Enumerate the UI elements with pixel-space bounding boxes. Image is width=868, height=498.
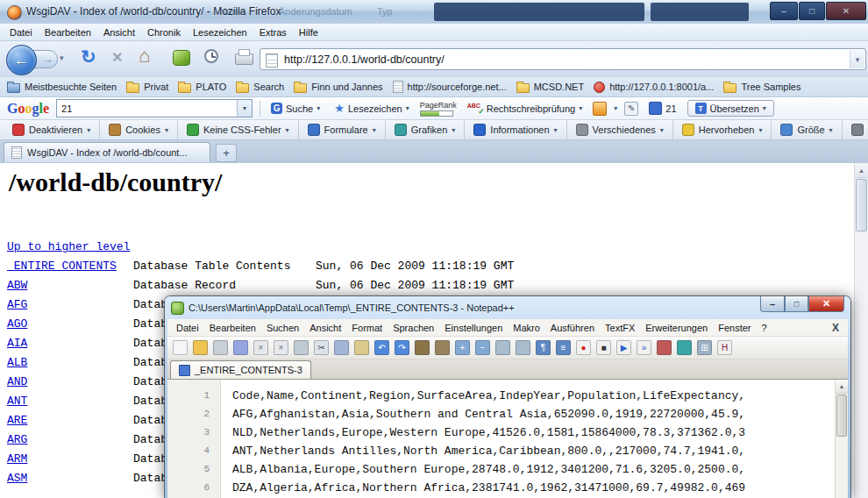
- history-dropdown-icon[interactable]: ▾: [60, 53, 64, 62]
- menu-item[interactable]: Bearbeiten: [39, 27, 97, 38]
- cut-icon[interactable]: ✂: [314, 340, 329, 355]
- menu-item[interactable]: Fenster: [713, 323, 756, 333]
- menu-item[interactable]: Erweiterungen: [640, 323, 713, 333]
- redo-icon[interactable]: ↷: [395, 340, 409, 355]
- webdev-menu-button[interactable]: Informationen ▾: [465, 120, 566, 139]
- directory-entry-link[interactable]: ENTIRE CONTENTS: [7, 257, 133, 276]
- google-search-input[interactable]: [57, 100, 238, 117]
- spellcheck-button[interactable]: Rechtschreibprüfung ▾: [464, 101, 587, 116]
- stop-macro-icon[interactable]: ■: [596, 340, 611, 355]
- copy-icon[interactable]: [334, 340, 349, 355]
- directory-entry-link[interactable]: AFG: [7, 295, 133, 315]
- bookmark-item[interactable]: http://127.0.0.1:8001/a...: [594, 82, 714, 93]
- maximize-button[interactable]: □: [799, 2, 825, 20]
- menu-item[interactable]: Datei: [4, 27, 39, 38]
- menu-item[interactable]: Bearbeiten: [204, 323, 261, 333]
- menu-item[interactable]: Ansicht: [97, 27, 141, 38]
- print-icon[interactable]: [235, 53, 253, 65]
- counter-badge[interactable]: 21: [645, 100, 679, 117]
- html-preview-icon[interactable]: H: [717, 340, 732, 355]
- chevron-down-icon[interactable]: ▾: [237, 100, 252, 117]
- menu-item[interactable]: Ausführen: [545, 323, 600, 333]
- bookmark-item[interactable]: PLATO: [178, 81, 226, 93]
- history-clock-icon[interactable]: [204, 49, 218, 63]
- doc-map-icon[interactable]: ⊞: [697, 340, 712, 355]
- bookmark-item[interactable]: Privat: [126, 81, 168, 93]
- maximize-button[interactable]: □: [785, 296, 808, 312]
- up-to-higher-level-link[interactable]: Up to higher level: [7, 240, 130, 253]
- scrollbar-thumb[interactable]: [856, 179, 867, 231]
- translate-button[interactable]: Übersetzen ▾: [687, 100, 774, 117]
- save-icon[interactable]: [213, 340, 228, 355]
- webdev-menu-button[interactable]: Extras ▾: [843, 120, 868, 139]
- webdev-menu-button[interactable]: Keine CSS-Fehler ▾: [178, 120, 299, 139]
- google-bookmarks-button[interactable]: Lesezeichen ▾: [331, 101, 412, 116]
- bookmark-item[interactable]: Search: [236, 81, 284, 93]
- menu-item[interactable]: Suchen: [261, 323, 304, 333]
- npp-titlebar[interactable]: C:\Users\Martin\AppData\Local\Temp\_ENTI…: [165, 296, 850, 319]
- directory-entry-link[interactable]: ANT: [7, 392, 133, 411]
- google-search-button[interactable]: Suche ▾: [267, 101, 324, 116]
- directory-entry-link[interactable]: ABW: [7, 276, 133, 295]
- save-macro-icon[interactable]: [657, 340, 672, 355]
- plugin-icon[interactable]: [173, 50, 190, 66]
- run-macro-multi-icon[interactable]: »: [637, 340, 651, 355]
- directory-entry-link[interactable]: AIA: [7, 334, 133, 353]
- find-icon[interactable]: [415, 340, 430, 355]
- new-tab-button[interactable]: +: [216, 144, 237, 162]
- monitor-icon[interactable]: [677, 340, 692, 355]
- menu-item[interactable]: Sprachen: [388, 323, 439, 333]
- menu-item[interactable]: TextFX: [600, 323, 640, 333]
- google-toolbar-icon[interactable]: [593, 102, 607, 116]
- directory-entry-link[interactable]: ARM: [7, 450, 133, 469]
- zoom-out-icon[interactable]: −: [475, 340, 490, 355]
- bookmark-item[interactable]: Meistbesuchte Seiten: [7, 81, 117, 93]
- webdev-menu-button[interactable]: Grafiken ▾: [386, 120, 466, 139]
- bookmark-item[interactable]: MCSD.NET: [516, 81, 584, 93]
- scrollbar-thumb[interactable]: [836, 395, 847, 437]
- menu-item[interactable]: Format: [346, 323, 388, 333]
- scroll-up-icon[interactable]: ▲: [855, 163, 868, 178]
- directory-entry-link[interactable]: ARG: [7, 430, 133, 450]
- webdev-menu-button[interactable]: Verschiedenes ▾: [567, 120, 673, 139]
- play-macro-icon[interactable]: ▶: [616, 340, 631, 355]
- new-file-icon[interactable]: [173, 340, 188, 355]
- page-scrollbar[interactable]: ▲: [854, 163, 868, 498]
- close-document-x[interactable]: X: [832, 322, 848, 334]
- menu-item[interactable]: Einstellungen: [439, 323, 508, 333]
- sync-scroll-h-icon[interactable]: [516, 340, 530, 355]
- webdev-menu-button[interactable]: Cookies ▾: [100, 120, 178, 139]
- reload-icon[interactable]: ↻: [81, 46, 96, 68]
- bookmark-item[interactable]: Tree Samples: [723, 81, 800, 93]
- webdev-menu-button[interactable]: Größe ▾: [772, 120, 842, 139]
- print-icon[interactable]: [294, 340, 309, 355]
- webdev-menu-button[interactable]: Formulare ▾: [299, 120, 386, 139]
- minimize-button[interactable]: –: [770, 2, 798, 20]
- menu-item[interactable]: Chronik: [141, 27, 187, 38]
- close-all-icon[interactable]: ×: [274, 340, 288, 355]
- webdev-menu-button[interactable]: Deaktivieren ▾: [4, 120, 100, 139]
- directory-entry-link[interactable]: ASM: [7, 469, 133, 488]
- menu-item[interactable]: Lesezeichen: [187, 27, 253, 38]
- npp-tab-active[interactable]: _ENTIRE_CONTENTS-3: [170, 360, 311, 379]
- sync-scroll-v-icon[interactable]: [495, 340, 510, 355]
- stop-icon[interactable]: ✕: [111, 49, 123, 66]
- home-icon[interactable]: ⌂: [139, 45, 150, 68]
- menu-item[interactable]: Hilfe: [293, 27, 324, 38]
- zoom-in-icon[interactable]: +: [455, 340, 470, 355]
- editor-scrollbar[interactable]: ▲: [835, 380, 848, 498]
- npp-editor[interactable]: 1 Code,Name,Continent,Region,SurfaceArea…: [167, 380, 848, 498]
- minimize-button[interactable]: –: [760, 296, 785, 312]
- menu-item[interactable]: Datei: [171, 323, 204, 333]
- webdev-menu-button[interactable]: Hervorheben ▾: [673, 120, 772, 139]
- menu-item[interactable]: Ansicht: [304, 323, 346, 333]
- record-macro-icon[interactable]: ●: [576, 340, 591, 355]
- scroll-up-icon[interactable]: ▲: [836, 380, 848, 394]
- autofill-pencil-icon[interactable]: [624, 102, 638, 116]
- open-file-icon[interactable]: [193, 340, 208, 355]
- menu-item[interactable]: Extras: [253, 27, 293, 38]
- bookmark-item[interactable]: Finn und Jannes: [294, 81, 382, 93]
- directory-entry-link[interactable]: AND: [7, 373, 133, 392]
- close-button[interactable]: ✕: [826, 2, 866, 20]
- directory-entry-link[interactable]: ARE: [7, 411, 133, 430]
